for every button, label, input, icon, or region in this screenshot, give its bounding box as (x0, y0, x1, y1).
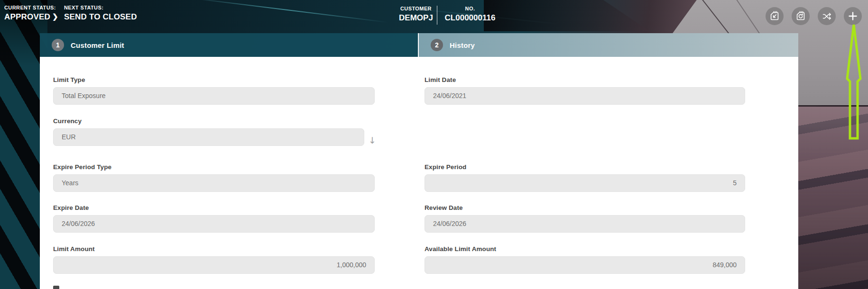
next-status-label: NEXT STATUS: (64, 5, 137, 10)
field-label: Expire Period Type (53, 163, 375, 171)
current-status-value: APPROVED (4, 12, 56, 22)
field-available-limit-amount: Available Limit Amount 849,000 (425, 245, 745, 274)
record-number-value: CL000000116 (442, 13, 498, 23)
customer-limit-form-panel: Limit Type Total Exposure Limit Date 24/… (40, 57, 798, 289)
shuffle-button[interactable] (818, 7, 836, 25)
tab-number-badge: 1 (52, 39, 64, 51)
section-tabs: 1 Customer Limit 2 History (40, 33, 798, 57)
save-import-icon (769, 10, 780, 22)
field-review-date: Review Date 24/06/2026 (425, 204, 745, 233)
record-number-block: NO. CL000000116 (442, 6, 498, 23)
tab-label: History (450, 41, 475, 49)
limit-date-input[interactable]: 24/06/2021 (425, 87, 745, 105)
limit-type-input[interactable]: Total Exposure (53, 87, 375, 105)
header-action-buttons (766, 7, 865, 25)
expire-period-type-input[interactable]: Years (53, 174, 375, 192)
field-label: Limit Amount (53, 245, 375, 253)
customer-label: CUSTOMER (389, 6, 443, 11)
add-icon (847, 10, 859, 22)
background-building-facade (798, 105, 868, 289)
customer-value: DEMOPJ (389, 13, 443, 23)
save-refresh-icon (795, 10, 806, 22)
field-label: Review Date (425, 204, 745, 211)
record-number-label: NO. (442, 6, 498, 11)
field-limit-date: Limit Date 24/06/2021 (425, 76, 745, 105)
tab-customer-limit[interactable]: 1 Customer Limit (40, 33, 418, 57)
shuffle-icon (821, 10, 832, 22)
field-currency: Currency EUR (53, 117, 364, 146)
field-expire-period-type: Expire Period Type Years (53, 163, 375, 192)
field-label: Currency (53, 117, 364, 125)
field-limit-amount: Limit Amount 1,000,000 (53, 245, 375, 274)
save-import-button[interactable] (766, 7, 784, 25)
field-label: Expire Date (53, 204, 375, 211)
customer-block: CUSTOMER DEMOPJ (389, 6, 443, 23)
app-window: { "header": { "current_status_label": "C… (0, 0, 868, 289)
tab-history[interactable]: 2 History (418, 33, 798, 57)
field-limit-type: Limit Type Total Exposure (53, 76, 375, 105)
save-refresh-button[interactable] (792, 7, 810, 25)
field-label: Expire Period (425, 163, 745, 171)
next-status-block: NEXT STATUS: SEND TO CLOSED (64, 5, 137, 22)
status-chevron-icon: ❯ (52, 12, 58, 21)
field-label: Limit Type (53, 76, 375, 83)
review-date-input[interactable]: 24/06/2026 (425, 215, 745, 233)
available-limit-amount-input[interactable]: 849,000 (425, 256, 745, 274)
top-status-bar: CURRENT STATUS: APPROVED ❯ NEXT STATUS: … (0, 0, 868, 30)
field-label: Limit Date (425, 76, 745, 83)
expire-date-input[interactable]: 24/06/2026 (53, 215, 375, 233)
currency-dropdown-icon[interactable]: ↓ (369, 135, 376, 145)
header-divider (437, 6, 437, 25)
add-button[interactable] (844, 7, 862, 25)
limit-amount-input[interactable]: 1,000,000 (53, 256, 375, 274)
current-status-label: CURRENT STATUS: (4, 5, 56, 10)
current-status-block: CURRENT STATUS: APPROVED (4, 5, 56, 22)
tab-number-badge: 2 (431, 39, 443, 51)
field-label: Available Limit Amount (425, 245, 745, 253)
currency-input[interactable]: EUR (53, 128, 364, 146)
next-status-value: SEND TO CLOSED (64, 12, 137, 22)
expire-period-input[interactable]: 5 (425, 174, 745, 192)
field-expire-date: Expire Date 24/06/2026 (53, 204, 375, 233)
tab-label: Customer Limit (71, 41, 124, 49)
cutoff-next-field-label (53, 286, 59, 289)
field-expire-period: Expire Period 5 (425, 163, 745, 192)
